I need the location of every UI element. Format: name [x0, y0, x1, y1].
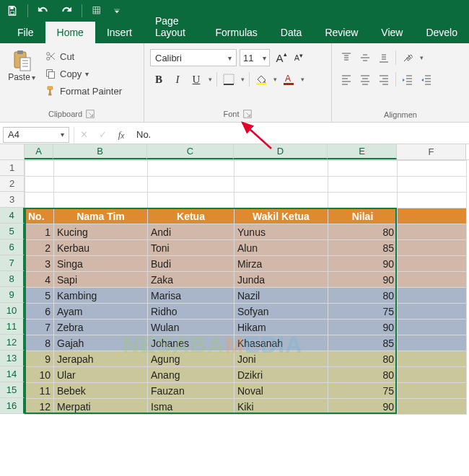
cell-E15[interactable]: 75	[328, 383, 398, 399]
cell-A6[interactable]: 2	[25, 240, 54, 256]
save-icon[interactable]	[4, 3, 20, 19]
cell-E12[interactable]: 85	[328, 335, 398, 351]
cell-D2[interactable]	[234, 177, 328, 193]
orientation-button[interactable]: ab	[399, 49, 416, 66]
cell-B13[interactable]: Jerapah	[54, 351, 148, 367]
cell-B16[interactable]: Merpati	[54, 399, 148, 415]
tab-formulas[interactable]: Formulas	[203, 22, 268, 43]
cell-E13[interactable]: 80	[328, 351, 398, 367]
row-header-3[interactable]: 3	[0, 192, 25, 208]
tab-home[interactable]: Home	[45, 22, 95, 43]
row-header-14[interactable]: 14	[0, 366, 25, 382]
cell-B14[interactable]: Ular	[54, 367, 148, 383]
cell-A11[interactable]: 7	[25, 319, 54, 335]
name-box[interactable]: A4▾	[3, 127, 69, 143]
cell-A5[interactable]: 1	[25, 224, 54, 240]
align-left-button[interactable]	[338, 71, 355, 88]
row-header-12[interactable]: 12	[0, 335, 25, 351]
cell-D6[interactable]: Alun	[234, 240, 328, 256]
cell-F13[interactable]	[398, 351, 467, 367]
format-painter-button[interactable]: Format Painter	[42, 84, 125, 98]
cell-B12[interactable]: Gajah	[54, 335, 148, 351]
copy-button[interactable]: Copy ▾	[42, 66, 125, 81]
align-right-button[interactable]	[375, 71, 393, 88]
enter-formula-button[interactable]: ✓	[93, 127, 112, 143]
column-header-F[interactable]: F	[397, 144, 466, 159]
row-header-8[interactable]: 8	[0, 271, 25, 287]
cell-F7[interactable]	[398, 256, 467, 272]
cell-D13[interactable]: Joni	[234, 351, 328, 367]
row-header-6[interactable]: 6	[0, 239, 25, 255]
cell-F2[interactable]	[398, 177, 467, 193]
cell-E2[interactable]	[328, 177, 398, 193]
orientation-dropdown[interactable]: ▾	[418, 49, 425, 66]
cell-C12[interactable]: Johanes	[148, 335, 234, 351]
underline-button[interactable]: U	[188, 71, 205, 88]
tab-review[interactable]: Review	[313, 22, 369, 43]
cell-C3[interactable]	[148, 193, 234, 208]
align-bottom-button[interactable]	[375, 49, 393, 66]
cell-D15[interactable]: Noval	[234, 383, 328, 399]
row-header-5[interactable]: 5	[0, 224, 25, 239]
cell-B11[interactable]: Zebra	[54, 319, 148, 335]
cell-C9[interactable]: Marisa	[148, 288, 234, 304]
insert-function-button[interactable]: fx	[112, 127, 131, 143]
row-header-15[interactable]: 15	[0, 382, 25, 398]
cell-C14[interactable]: Anang	[148, 367, 234, 383]
cell-F6[interactable]	[398, 240, 467, 256]
tab-file[interactable]: File	[6, 22, 45, 43]
cell-F8[interactable]	[398, 272, 467, 288]
redo-icon[interactable]	[58, 3, 74, 19]
cell-B8[interactable]: Sapi	[54, 272, 148, 288]
cell-C1[interactable]	[148, 161, 234, 177]
cell-C11[interactable]: Wulan	[148, 319, 234, 335]
cell-B15[interactable]: Bebek	[54, 383, 148, 399]
cell-F15[interactable]	[398, 383, 467, 399]
tab-data[interactable]: Data	[269, 22, 314, 43]
cell-D12[interactable]: Khasanah	[234, 335, 328, 351]
cell-A10[interactable]: 6	[25, 304, 54, 319]
cell-F12[interactable]	[398, 335, 467, 351]
cell-A4[interactable]: No.	[25, 208, 54, 224]
cell-F14[interactable]	[398, 367, 467, 383]
font-color-button[interactable]: A	[280, 71, 297, 88]
cell-F5[interactable]	[398, 224, 467, 240]
cell-A2[interactable]	[25, 177, 54, 193]
row-header-2[interactable]: 2	[0, 176, 25, 192]
cancel-formula-button[interactable]: ✕	[74, 127, 93, 143]
cell-E5[interactable]: 80	[328, 224, 398, 240]
cell-C5[interactable]: Andi	[148, 224, 234, 240]
font-size-combo[interactable]: 11▾	[240, 49, 270, 66]
underline-dropdown[interactable]: ▾	[206, 71, 214, 88]
cell-F10[interactable]	[398, 304, 467, 319]
cell-D5[interactable]: Yunus	[234, 224, 328, 240]
cell-B4[interactable]: Nama Tim	[54, 208, 148, 224]
italic-button[interactable]: I	[169, 71, 186, 88]
increase-indent-button[interactable]	[418, 71, 435, 88]
bold-button[interactable]: B	[150, 71, 167, 88]
cell-B7[interactable]: Singa	[54, 256, 148, 272]
dialog-launcher-icon[interactable]	[242, 109, 253, 119]
cell-A13[interactable]: 9	[25, 351, 54, 367]
cell-D10[interactable]: Sofyan	[234, 304, 328, 319]
cell-E9[interactable]: 80	[328, 288, 398, 304]
cell-B6[interactable]: Kerbau	[54, 240, 148, 256]
dialog-launcher-icon[interactable]	[85, 109, 95, 119]
cell-D11[interactable]: Hikam	[234, 319, 328, 335]
cell-D16[interactable]: Kiki	[234, 399, 328, 415]
cell-E10[interactable]: 75	[328, 304, 398, 319]
row-header-10[interactable]: 10	[0, 303, 25, 319]
cell-F16[interactable]	[398, 399, 467, 415]
cell-E6[interactable]: 85	[328, 240, 398, 256]
column-header-E[interactable]: E	[328, 144, 397, 159]
cell-E4[interactable]: Nilai	[328, 208, 398, 224]
fill-color-button[interactable]	[253, 71, 270, 88]
cell-E8[interactable]: 90	[328, 272, 398, 288]
align-center-button[interactable]	[356, 71, 374, 88]
tab-page-layout[interactable]: Page Layout	[144, 10, 204, 43]
decrease-indent-button[interactable]	[399, 71, 416, 88]
cell-A1[interactable]	[25, 161, 54, 177]
cell-D14[interactable]: Dzikri	[234, 367, 328, 383]
cell-B5[interactable]: Kucing	[54, 224, 148, 240]
quick-table-icon[interactable]	[89, 3, 105, 19]
